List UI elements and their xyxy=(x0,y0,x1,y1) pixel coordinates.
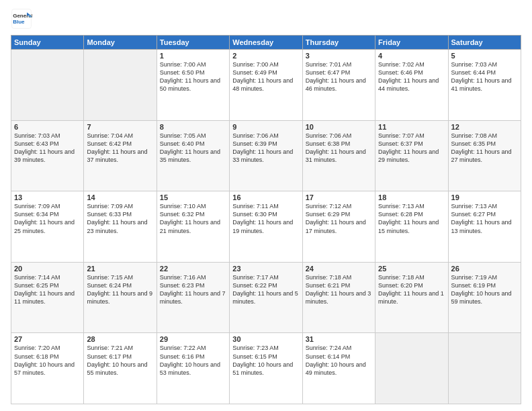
day-number: 28 xyxy=(87,335,153,343)
calendar-cell: 1Sunrise: 7:00 AMSunset: 6:50 PMDaylight… xyxy=(157,50,229,121)
day-number: 27 xyxy=(14,335,81,343)
weekday-header: Sunday xyxy=(11,36,84,50)
cell-info: Sunrise: 7:07 AMSunset: 6:37 PMDaylight:… xyxy=(378,132,439,163)
day-number: 8 xyxy=(160,123,226,131)
cell-info: Sunrise: 7:21 AMSunset: 6:17 PMDaylight:… xyxy=(87,345,147,375)
calendar-cell: 8Sunrise: 7:05 AMSunset: 6:40 PMDaylight… xyxy=(157,120,229,191)
day-number: 30 xyxy=(232,335,299,343)
day-number: 13 xyxy=(14,193,81,201)
calendar-cell: 18Sunrise: 7:13 AMSunset: 6:28 PMDayligh… xyxy=(375,191,448,263)
day-number: 5 xyxy=(451,52,518,60)
day-number: 17 xyxy=(306,193,372,201)
cell-info: Sunrise: 7:02 AMSunset: 6:46 PMDaylight:… xyxy=(378,61,439,92)
cell-info: Sunrise: 7:03 AMSunset: 6:44 PMDaylight:… xyxy=(451,61,512,92)
calendar-cell: 30Sunrise: 7:23 AMSunset: 6:15 PMDayligh… xyxy=(230,333,302,404)
day-number: 4 xyxy=(378,52,445,60)
cell-info: Sunrise: 7:20 AMSunset: 6:18 PMDaylight:… xyxy=(14,345,75,375)
cell-info: Sunrise: 7:04 AMSunset: 6:42 PMDaylight:… xyxy=(87,132,147,163)
calendar-cell: 19Sunrise: 7:13 AMSunset: 6:27 PMDayligh… xyxy=(448,191,521,263)
cell-info: Sunrise: 7:03 AMSunset: 6:43 PMDaylight:… xyxy=(14,132,75,163)
day-number: 10 xyxy=(306,123,372,131)
cell-info: Sunrise: 7:01 AMSunset: 6:47 PMDaylight:… xyxy=(306,61,366,92)
weekday-header: Friday xyxy=(375,36,448,50)
cell-info: Sunrise: 7:10 AMSunset: 6:32 PMDaylight:… xyxy=(160,203,220,234)
day-number: 24 xyxy=(306,265,372,273)
cell-info: Sunrise: 7:22 AMSunset: 6:16 PMDaylight:… xyxy=(160,345,220,375)
day-number: 18 xyxy=(378,193,445,201)
cell-info: Sunrise: 7:00 AMSunset: 6:49 PMDaylight:… xyxy=(232,61,293,92)
cell-info: Sunrise: 7:12 AMSunset: 6:29 PMDaylight:… xyxy=(306,203,366,234)
calendar-cell: 5Sunrise: 7:03 AMSunset: 6:44 PMDaylight… xyxy=(448,50,521,121)
cell-info: Sunrise: 7:09 AMSunset: 6:34 PMDaylight:… xyxy=(14,203,75,234)
weekday-header: Saturday xyxy=(448,36,521,50)
cell-info: Sunrise: 7:16 AMSunset: 6:23 PMDaylight:… xyxy=(160,274,226,305)
cell-info: Sunrise: 7:13 AMSunset: 6:27 PMDaylight:… xyxy=(451,203,512,234)
weekday-header: Monday xyxy=(84,36,157,50)
calendar-cell: 9Sunrise: 7:06 AMSunset: 6:39 PMDaylight… xyxy=(230,120,302,191)
calendar-cell: 25Sunrise: 7:18 AMSunset: 6:20 PMDayligh… xyxy=(375,262,448,333)
calendar-cell: 14Sunrise: 7:09 AMSunset: 6:33 PMDayligh… xyxy=(84,191,157,263)
calendar-cell: 16Sunrise: 7:11 AMSunset: 6:30 PMDayligh… xyxy=(230,191,302,263)
weekday-header: Wednesday xyxy=(230,36,302,50)
calendar-cell: 17Sunrise: 7:12 AMSunset: 6:29 PMDayligh… xyxy=(302,191,375,263)
cell-info: Sunrise: 7:11 AMSunset: 6:30 PMDaylight:… xyxy=(232,203,293,234)
calendar-cell: 2Sunrise: 7:00 AMSunset: 6:49 PMDaylight… xyxy=(230,50,302,121)
calendar-cell: 28Sunrise: 7:21 AMSunset: 6:17 PMDayligh… xyxy=(84,333,157,404)
calendar-cell: 23Sunrise: 7:17 AMSunset: 6:22 PMDayligh… xyxy=(230,262,302,333)
weekday-header: Thursday xyxy=(302,36,375,50)
calendar-cell: 7Sunrise: 7:04 AMSunset: 6:42 PMDaylight… xyxy=(84,120,157,191)
day-number: 31 xyxy=(306,335,372,343)
day-number: 12 xyxy=(451,123,518,131)
calendar-cell xyxy=(448,333,521,404)
cell-info: Sunrise: 7:18 AMSunset: 6:20 PMDaylight:… xyxy=(378,274,444,305)
day-number: 21 xyxy=(87,265,153,273)
calendar-cell: 21Sunrise: 7:15 AMSunset: 6:24 PMDayligh… xyxy=(84,262,157,333)
day-number: 25 xyxy=(378,265,445,273)
calendar-cell: 20Sunrise: 7:14 AMSunset: 6:25 PMDayligh… xyxy=(11,262,84,333)
day-number: 19 xyxy=(451,193,518,201)
calendar-cell: 12Sunrise: 7:08 AMSunset: 6:35 PMDayligh… xyxy=(448,120,521,191)
logo: General Blue xyxy=(11,8,32,30)
calendar-cell: 22Sunrise: 7:16 AMSunset: 6:23 PMDayligh… xyxy=(157,262,229,333)
cell-info: Sunrise: 7:08 AMSunset: 6:35 PMDaylight:… xyxy=(451,132,512,163)
cell-info: Sunrise: 7:13 AMSunset: 6:28 PMDaylight:… xyxy=(378,203,439,234)
calendar-cell: 3Sunrise: 7:01 AMSunset: 6:47 PMDaylight… xyxy=(302,50,375,121)
calendar-cell: 26Sunrise: 7:19 AMSunset: 6:19 PMDayligh… xyxy=(448,262,521,333)
day-number: 14 xyxy=(87,193,153,201)
cell-info: Sunrise: 7:15 AMSunset: 6:24 PMDaylight:… xyxy=(87,274,152,305)
day-number: 2 xyxy=(232,52,299,60)
calendar-cell: 29Sunrise: 7:22 AMSunset: 6:16 PMDayligh… xyxy=(157,333,229,404)
day-number: 11 xyxy=(378,123,445,131)
day-number: 1 xyxy=(160,52,226,60)
calendar-cell xyxy=(375,333,448,404)
cell-info: Sunrise: 7:19 AMSunset: 6:19 PMDaylight:… xyxy=(451,274,512,305)
calendar-cell xyxy=(84,50,157,121)
cell-info: Sunrise: 7:14 AMSunset: 6:25 PMDaylight:… xyxy=(14,274,75,305)
weekday-header: Tuesday xyxy=(157,36,229,50)
calendar-cell: 10Sunrise: 7:06 AMSunset: 6:38 PMDayligh… xyxy=(302,120,375,191)
day-number: 3 xyxy=(306,52,372,60)
cell-info: Sunrise: 7:05 AMSunset: 6:40 PMDaylight:… xyxy=(160,132,220,163)
calendar-cell: 15Sunrise: 7:10 AMSunset: 6:32 PMDayligh… xyxy=(157,191,229,263)
day-number: 6 xyxy=(14,123,81,131)
day-number: 22 xyxy=(160,265,226,273)
cell-info: Sunrise: 7:00 AMSunset: 6:50 PMDaylight:… xyxy=(160,61,220,92)
day-number: 20 xyxy=(14,265,81,273)
cell-info: Sunrise: 7:17 AMSunset: 6:22 PMDaylight:… xyxy=(232,274,298,305)
cell-info: Sunrise: 7:06 AMSunset: 6:39 PMDaylight:… xyxy=(232,132,293,163)
day-number: 15 xyxy=(160,193,226,201)
calendar-cell: 31Sunrise: 7:24 AMSunset: 6:14 PMDayligh… xyxy=(302,333,375,404)
calendar-cell xyxy=(11,50,84,121)
day-number: 29 xyxy=(160,335,226,343)
day-number: 26 xyxy=(451,265,518,273)
calendar: SundayMondayTuesdayWednesdayThursdayFrid… xyxy=(11,35,521,404)
cell-info: Sunrise: 7:06 AMSunset: 6:38 PMDaylight:… xyxy=(306,132,366,163)
cell-info: Sunrise: 7:09 AMSunset: 6:33 PMDaylight:… xyxy=(87,203,147,234)
calendar-cell: 11Sunrise: 7:07 AMSunset: 6:37 PMDayligh… xyxy=(375,120,448,191)
day-number: 9 xyxy=(232,123,299,131)
day-number: 7 xyxy=(87,123,153,131)
calendar-cell: 4Sunrise: 7:02 AMSunset: 6:46 PMDaylight… xyxy=(375,50,448,121)
day-number: 23 xyxy=(232,265,299,273)
cell-info: Sunrise: 7:23 AMSunset: 6:15 PMDaylight:… xyxy=(232,345,293,375)
cell-info: Sunrise: 7:24 AMSunset: 6:14 PMDaylight:… xyxy=(306,345,366,375)
